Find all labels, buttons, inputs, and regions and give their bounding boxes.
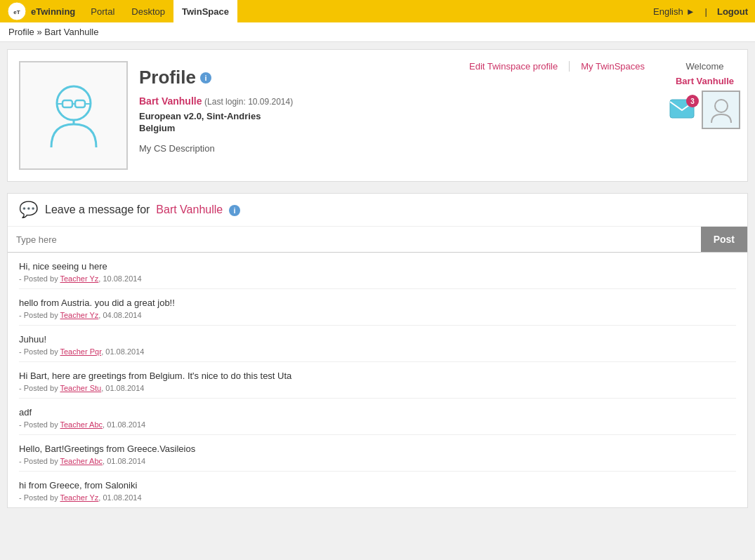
message-header: 💬 Leave a message for Bart Vanhulle i	[8, 194, 747, 227]
mail-icon-wrapper[interactable]: 3	[669, 99, 695, 121]
breadcrumb-profile-link[interactable]: Profile	[8, 27, 34, 37]
message-text: Hello, Bart!Greetings from Greece.Vasile…	[19, 444, 736, 454]
language-label: English	[653, 6, 683, 17]
message-meta: - Posted by Teacher Pqr, 01.08.2014	[19, 347, 736, 356]
message-author-link[interactable]: Teacher Yz	[60, 274, 99, 283]
message-input-row: Post	[8, 227, 747, 253]
profile-nav: Edit Twinspace profile My TwinSpaces	[458, 61, 656, 72]
breadcrumb: Profile » Bart Vanhulle	[0, 22, 755, 42]
last-login: (Last login: 10.09.2014)	[204, 97, 293, 107]
message-meta: - Posted by Teacher Yz, 01.08.2014	[19, 493, 736, 502]
message-meta: - Posted by Teacher Yz, 04.08.2014	[19, 311, 736, 319]
main-content: Profile i Bart Vanhulle (Last login: 10.…	[0, 42, 755, 521]
etwinning-logo-icon: eT	[7, 1, 27, 21]
mail-badge: 3	[686, 95, 699, 107]
top-navigation: eT eTwinning Portal Desktop TwinSpace En…	[0, 0, 755, 22]
user-name: Bart Vanhulle	[139, 95, 202, 107]
logo-text: eTwinning	[31, 6, 75, 17]
message-text: Hi Bart, here are greetings from Belgium…	[19, 371, 736, 381]
message-author-link[interactable]: Teacher Pqr	[60, 347, 102, 356]
message-header-text: Leave a message for Bart Vanhulle i	[45, 204, 240, 216]
nav-desktop[interactable]: Desktop	[123, 0, 173, 22]
message-meta: - Posted by Teacher Abc, 01.08.2014	[19, 457, 736, 465]
profile-title-text: Profile	[139, 67, 196, 88]
message-author-link[interactable]: Teacher Yz	[60, 311, 99, 319]
language-arrow-icon: ►	[686, 6, 695, 17]
message-text: hi from Greece, from Saloniki	[19, 480, 736, 491]
welcome-text: Welcome	[686, 61, 724, 72]
logo-area: eT eTwinning	[7, 1, 75, 21]
leave-message-text: Leave a message for	[45, 204, 150, 215]
svg-text:eT: eT	[13, 9, 20, 15]
message-section: 💬 Leave a message for Bart Vanhulle i Po…	[7, 193, 748, 508]
message-item: Hi Bart, here are greetings from Belgium…	[19, 362, 736, 399]
message-author-link[interactable]: Teacher Stu	[60, 384, 102, 392]
message-author-link[interactable]: Teacher Abc	[60, 457, 103, 465]
my-twinspaces-link[interactable]: My TwinSpaces	[570, 61, 656, 72]
message-text: Juhuu!	[19, 334, 736, 345]
profile-card: Profile i Bart Vanhulle (Last login: 10.…	[7, 49, 748, 182]
message-item: Juhuu!- Posted by Teacher Pqr, 01.08.201…	[19, 326, 736, 362]
message-item: adf- Posted by Teacher Abc, 01.08.2014	[19, 399, 736, 435]
nav-right: English ► | Logout	[653, 6, 748, 17]
message-info-icon[interactable]: i	[229, 205, 240, 216]
post-button[interactable]: Post	[701, 227, 747, 252]
breadcrumb-separator: »	[37, 27, 41, 37]
message-item: hello from Austria. you did a great job!…	[19, 289, 736, 326]
avatar-small-illustration	[706, 95, 737, 126]
messages-list: Hi, nice seeing u here- Posted by Teache…	[8, 253, 747, 507]
profile-info-icon[interactable]: i	[200, 72, 211, 84]
user-country: Belgium	[139, 123, 736, 133]
svg-rect-3	[63, 100, 72, 107]
logout-button[interactable]: Logout	[717, 6, 748, 17]
message-meta: - Posted by Teacher Stu, 01.08.2014	[19, 384, 736, 392]
welcome-icons: 3	[669, 91, 740, 129]
svg-rect-4	[75, 100, 85, 107]
message-author-link[interactable]: Teacher Abc	[60, 420, 103, 429]
avatar-illustration	[32, 74, 116, 158]
message-item: hi from Greece, from Saloniki- Posted by…	[19, 472, 736, 507]
message-target-name: Bart Vanhulle	[156, 204, 223, 215]
welcome-area: Welcome Bart Vanhulle 3	[669, 61, 740, 129]
user-location: European v2.0, Sint-Andries	[139, 111, 736, 121]
message-input[interactable]	[8, 227, 701, 252]
breadcrumb-current: Bart Vanhulle	[44, 27, 98, 37]
chat-bubble-icon: 💬	[19, 202, 38, 218]
edit-twinspace-profile-link[interactable]: Edit Twinspace profile	[458, 61, 570, 72]
profile-info: Profile i Bart Vanhulle (Last login: 10.…	[139, 61, 736, 154]
welcome-name: Bart Vanhulle	[676, 76, 734, 86]
nav-twinspace[interactable]: TwinSpace	[173, 0, 237, 22]
nav-portal[interactable]: Portal	[82, 0, 123, 22]
message-text: hello from Austria. you did a great job!…	[19, 298, 736, 308]
user-avatar-large	[19, 61, 128, 170]
message-item: Hello, Bart!Greetings from Greece.Vasile…	[19, 435, 736, 472]
cs-description: My CS Description	[139, 143, 736, 154]
message-meta: - Posted by Teacher Yz, 10.08.2014	[19, 274, 736, 283]
message-meta: - Posted by Teacher Abc, 01.08.2014	[19, 420, 736, 429]
user-avatar-small	[702, 91, 740, 129]
message-text: adf	[19, 407, 736, 418]
svg-point-10	[715, 100, 728, 112]
message-author-link[interactable]: Teacher Yz	[60, 493, 99, 502]
message-item: Hi, nice seeing u here- Posted by Teache…	[19, 253, 736, 289]
language-selector[interactable]: English ►	[653, 6, 695, 17]
message-text: Hi, nice seeing u here	[19, 261, 736, 272]
